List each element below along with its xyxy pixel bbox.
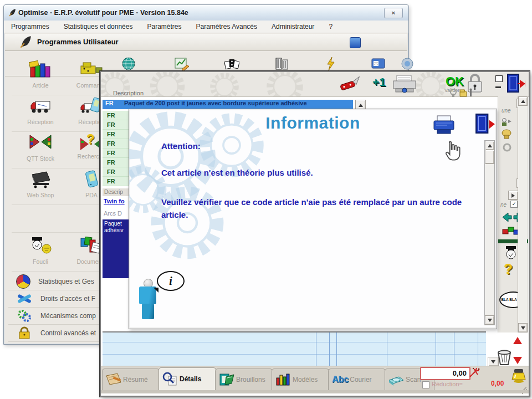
tab-brouillons[interactable]: Brouillons	[215, 369, 273, 390]
tab-label: Résumé	[123, 376, 148, 383]
menu-parametres-avances[interactable]: Paramètres Avancés	[188, 23, 264, 30]
tools-icon	[16, 292, 33, 305]
assistant-legs	[142, 304, 154, 319]
close-icon[interactable]: ✕	[384, 8, 403, 18]
reduction-label: Réduction=	[432, 381, 463, 387]
dialog-scrollbar[interactable]	[484, 140, 495, 325]
amount-field[interactable]: 0,00	[420, 367, 470, 380]
folder-user-icons[interactable]	[449, 88, 485, 98]
foucli-icon	[29, 237, 52, 255]
article-icon	[29, 60, 52, 79]
group-label: Droits d'accès et F	[40, 295, 95, 303]
abc-icon: Abc	[332, 375, 349, 385]
columns-icon[interactable]	[274, 56, 289, 71]
program-label: QTT Stock	[15, 155, 66, 162]
qtt-stock-icon	[29, 134, 52, 152]
globe2-icon[interactable]	[400, 56, 415, 71]
card-icon[interactable]	[371, 56, 386, 71]
tab-label: Modèles	[293, 376, 318, 383]
brouillons-icon	[218, 372, 235, 387]
scrollbar-down-button[interactable]	[518, 323, 528, 332]
gear-watermark	[145, 72, 190, 97]
line-grid[interactable]	[103, 331, 486, 367]
plus-one-icon[interactable]: +1	[372, 75, 386, 89]
text-fragment: une	[502, 108, 511, 114]
screen: Optimise - E.R.P. évolutif pour PME - Ve…	[0, 0, 532, 399]
pie-icon	[16, 274, 30, 289]
dialog-scroll-up[interactable]	[485, 141, 494, 150]
tab-courier[interactable]: Abc Courier	[328, 369, 386, 390]
mini-user-icon[interactable]	[500, 117, 513, 126]
program-label: Web Shop	[15, 192, 66, 198]
lang-cell: FR	[103, 100, 124, 109]
tab-label: Détails	[180, 375, 201, 383]
info-assistant: i	[137, 279, 181, 323]
menu-help[interactable]: ?	[321, 23, 340, 30]
program-qtt-stock[interactable]: QTT Stock	[15, 131, 66, 168]
title-bar[interactable]: Optimise - E.R.P. évolutif pour PME - Ve…	[4, 5, 408, 21]
exit-door-icon[interactable]	[507, 73, 525, 94]
menu-administrateur[interactable]: Administrateur	[264, 23, 321, 30]
reduction-value: 0,00	[491, 380, 504, 387]
group-label: Control avancés et	[40, 329, 96, 337]
header-badge-icon[interactable]	[350, 37, 361, 48]
lightning-icon[interactable]	[324, 56, 339, 71]
scrollbar-up-button[interactable]	[518, 96, 528, 106]
dialog-exit-door-icon[interactable]	[475, 112, 495, 136]
text-fragment: ne	[500, 202, 507, 208]
red-down-arrow[interactable]	[513, 357, 522, 364]
question-mark-icon[interactable]: ?	[504, 260, 513, 278]
knob-icon[interactable]	[502, 129, 511, 140]
window-title: Optimise - E.R.P. évolutif pour PME - Ve…	[18, 9, 188, 17]
selected-description-text: Paquet de 200 post it jaunes avec bordur…	[124, 100, 307, 109]
gears-icon	[16, 309, 33, 323]
hand-cursor	[442, 140, 463, 163]
scan-icon	[388, 372, 405, 387]
bottom-edge	[101, 390, 529, 393]
swiss-knife-icon[interactable]	[339, 76, 364, 92]
firework-icon	[468, 367, 481, 379]
red-up-arrow[interactable]	[513, 337, 522, 344]
section-header: Programmes Utilisateur	[5, 34, 407, 51]
selected-description-row[interactable]: FR Paquet de 200 post it jaunes avec bor…	[103, 100, 353, 109]
truck-icon	[29, 97, 52, 116]
minimize-icon[interactable]	[495, 86, 501, 88]
lamp-icon[interactable]	[511, 368, 526, 386]
panel-right-button[interactable]	[508, 191, 518, 200]
gear-watermark	[206, 72, 243, 97]
trash-icon[interactable]	[497, 349, 512, 366]
dominoes-icon[interactable]	[224, 56, 239, 71]
bubble-tail	[154, 288, 158, 293]
dialog-scroll-down[interactable]	[485, 315, 494, 325]
info-bubble-icon: i	[157, 271, 185, 291]
print-icon[interactable]	[391, 74, 418, 94]
chart-edit-icon[interactable]	[174, 56, 190, 71]
ok-button[interactable]: OK	[446, 74, 464, 89]
program-article[interactable]: Article	[15, 58, 66, 95]
checkbox-checked[interactable]: ✓	[510, 201, 518, 208]
dialog-scroll-thumb[interactable]	[485, 150, 494, 164]
reduction-checkbox[interactable]	[422, 381, 429, 388]
program-foucli[interactable]: Foucli	[15, 234, 66, 271]
restore-icon[interactable]	[495, 75, 503, 82]
program-web-shop[interactable]: Web Shop	[15, 168, 66, 204]
detail-scrollbar[interactable]	[518, 96, 527, 332]
tab-modeles[interactable]: Modèles	[272, 369, 329, 390]
globe-icon[interactable]	[121, 56, 136, 71]
menu-statistiques[interactable]: Statistiques et données	[57, 23, 140, 30]
program-label: Foucli	[15, 258, 66, 265]
ring-icon[interactable]	[503, 143, 511, 152]
tab-resume[interactable]: Résumé	[102, 369, 160, 390]
description-column-label: Description	[113, 90, 144, 96]
program-reception1[interactable]: Réception	[15, 95, 66, 131]
tab-label: Scan	[406, 376, 421, 383]
group-label: Mécanismes comp	[40, 312, 96, 320]
resume-icon	[105, 372, 122, 387]
menu-parametres[interactable]: Paramètres	[140, 23, 188, 30]
menu-programmes[interactable]: Programmes	[4, 23, 57, 30]
menu-bar: Programmes Statistiques et données Param…	[4, 21, 408, 33]
question-glyph: ?	[86, 131, 95, 147]
tab-label: Brouillons	[236, 376, 265, 383]
dialog-print-icon[interactable]	[432, 115, 456, 136]
tab-details[interactable]: Détails	[158, 367, 216, 390]
